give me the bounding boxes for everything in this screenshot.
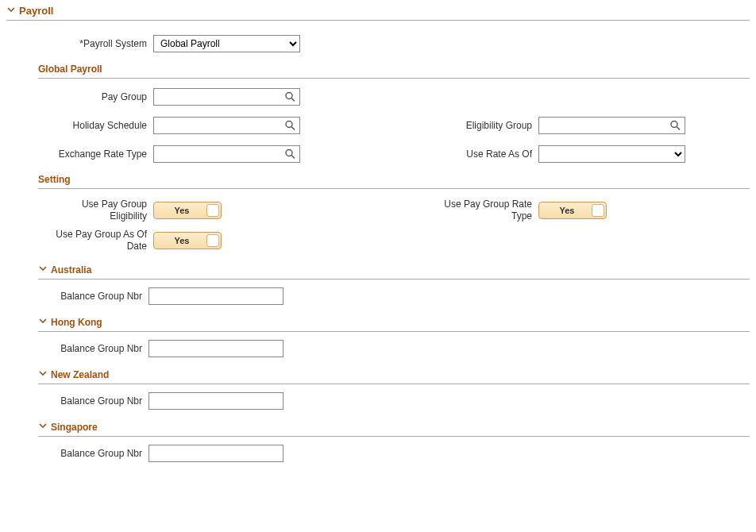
toggle-knob: [206, 204, 219, 217]
exchange-rate-type-label: Exchange Rate Type: [38, 148, 153, 160]
singapore-balance-label: Balance Group Nbr: [41, 448, 148, 459]
use-rate-as-of-label: Use Rate As Of: [395, 148, 538, 160]
new-zealand-balance-input[interactable]: [148, 392, 284, 410]
singapore-header: Singapore: [38, 421, 750, 437]
australia-header: Australia: [38, 264, 750, 279]
holiday-eligibility-row: Holiday Schedule Eligibility Group: [38, 117, 750, 134]
chevron-down-icon[interactable]: [38, 316, 48, 328]
payroll-system-row: *Payroll System Global Payroll: [38, 35, 750, 52]
chevron-down-icon[interactable]: [38, 421, 48, 433]
global-payroll-heading: Global Payroll: [38, 64, 750, 79]
australia-title: Australia: [51, 264, 91, 276]
new-zealand-balance-label: Balance Group Nbr: [41, 395, 148, 407]
singapore-title: Singapore: [51, 422, 98, 433]
setting-heading: Setting: [38, 174, 750, 189]
chevron-down-icon[interactable]: [38, 368, 48, 380]
setting-row-2: Use Pay Group As Of Date Yes: [38, 229, 750, 253]
new-zealand-title: New Zealand: [51, 369, 109, 380]
australia-balance-row: Balance Group Nbr: [41, 287, 750, 305]
new-zealand-header: New Zealand: [38, 368, 750, 384]
new-zealand-balance-row: Balance Group Nbr: [41, 392, 750, 410]
use-pg-as-of-date-label: Use Pay Group As Of Date: [38, 229, 153, 253]
singapore-balance-row: Balance Group Nbr: [41, 445, 750, 462]
hong-kong-balance-input[interactable]: [148, 340, 284, 357]
australia-balance-label: Balance Group Nbr: [41, 291, 148, 302]
exchange-rate-type-input[interactable]: [153, 145, 300, 163]
singapore-balance-input[interactable]: [148, 445, 284, 462]
use-pg-eligibility-label: Use Pay Group Eligibility: [38, 199, 153, 222]
hong-kong-balance-label: Balance Group Nbr: [41, 343, 148, 354]
use-pg-eligibility-toggle[interactable]: Yes: [153, 202, 222, 219]
setting-row-1: Use Pay Group Eligibility Yes Use Pay Gr…: [38, 199, 750, 222]
use-pg-rate-type-toggle[interactable]: Yes: [538, 202, 607, 219]
australia-balance-input[interactable]: [148, 287, 284, 305]
holiday-schedule-input[interactable]: [153, 117, 300, 134]
payroll-section-header: Payroll: [6, 5, 750, 21]
holiday-schedule-label: Holiday Schedule: [38, 120, 153, 131]
use-pg-as-of-date-toggle[interactable]: Yes: [153, 232, 222, 249]
eligibility-group-input[interactable]: [538, 117, 685, 134]
pay-group-row: Pay Group: [38, 88, 750, 106]
hong-kong-title: Hong Kong: [51, 317, 102, 328]
pay-group-label: Pay Group: [38, 91, 153, 102]
payroll-system-label: *Payroll System: [38, 38, 153, 49]
eligibility-group-label: Eligibility Group: [395, 120, 538, 131]
toggle-knob: [592, 204, 604, 217]
pay-group-input[interactable]: [153, 88, 300, 106]
payroll-title: Payroll: [19, 5, 53, 17]
toggle-knob: [206, 234, 219, 247]
chevron-down-icon[interactable]: [38, 264, 48, 276]
hong-kong-header: Hong Kong: [38, 316, 750, 332]
payroll-system-select[interactable]: Global Payroll: [153, 35, 300, 52]
use-pg-rate-type-label: Use Pay Group Rate Type: [395, 199, 538, 222]
exchange-rate-row: Exchange Rate Type Use Rate As Of: [38, 145, 750, 163]
chevron-down-icon[interactable]: [6, 5, 16, 17]
use-rate-as-of-select[interactable]: [538, 145, 685, 163]
hong-kong-balance-row: Balance Group Nbr: [41, 340, 750, 357]
